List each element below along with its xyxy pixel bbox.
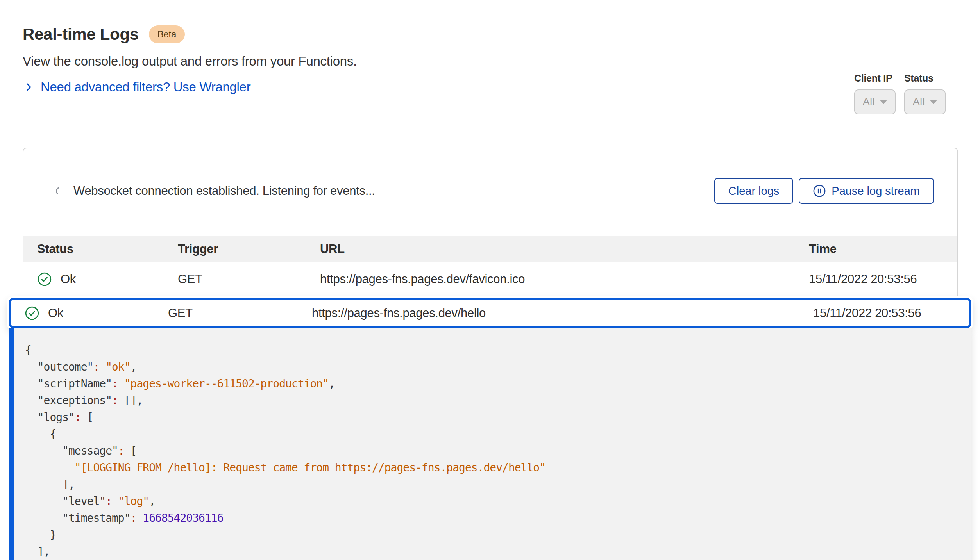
column-header-trigger: Trigger	[178, 242, 320, 256]
client-ip-filter: Client IP All	[854, 73, 896, 114]
row-trigger: GET	[168, 306, 312, 320]
status-ok-icon	[25, 306, 39, 321]
log-detail-code: { "outcome": "ok", "scriptName": "pages-…	[14, 328, 971, 560]
pause-log-stream-button[interactable]: Pause log stream	[799, 178, 934, 204]
row-url: https://pages-fns.pages.dev/hello	[312, 306, 813, 320]
client-ip-filter-label: Client IP	[854, 73, 896, 84]
row-time: 15/11/2022 20:53:56	[813, 306, 969, 320]
row-status: Ok	[48, 306, 63, 320]
table-header: Status Trigger URL Time	[23, 236, 957, 262]
row-trigger: GET	[178, 272, 320, 286]
status-filter-value: All	[912, 96, 925, 108]
page-title: Real-time Logs	[23, 25, 139, 44]
caret-down-icon	[930, 100, 937, 104]
expanded-log-entry: Ok GET https://pages-fns.pages.dev/hello…	[9, 298, 971, 560]
clear-logs-label: Clear logs	[728, 185, 780, 198]
status-ok-icon	[37, 272, 52, 287]
client-ip-filter-dropdown[interactable]: All	[854, 89, 896, 114]
status-filter-dropdown[interactable]: All	[904, 89, 946, 114]
page-subtitle: View the console.log output and errors f…	[23, 54, 980, 69]
wrangler-link-label: Need advanced filters? Use Wrangler	[41, 80, 250, 95]
websocket-status-bar: Websocket connection established. Listen…	[23, 178, 957, 204]
column-header-status: Status	[37, 242, 178, 256]
column-header-url: URL	[320, 242, 809, 256]
pause-log-stream-label: Pause log stream	[832, 185, 920, 198]
status-filter-label: Status	[904, 73, 946, 84]
clear-logs-button[interactable]: Clear logs	[714, 178, 794, 204]
realtime-logs-page: Real-time Logs Beta View the console.log…	[0, 0, 980, 560]
row-time: 15/11/2022 20:53:56	[809, 272, 957, 286]
column-header-time: Time	[809, 242, 957, 256]
beta-badge: Beta	[149, 25, 185, 43]
spinner-icon	[55, 186, 65, 196]
websocket-status-text: Websocket connection established. Listen…	[73, 184, 375, 198]
row-status: Ok	[61, 272, 76, 286]
client-ip-filter-value: All	[862, 96, 874, 108]
table-row[interactable]: Ok GET https://pages-fns.pages.dev/favic…	[23, 262, 957, 296]
chevron-right-icon	[23, 81, 34, 93]
caret-down-icon	[880, 100, 887, 104]
status-filter: Status All	[904, 73, 946, 114]
wrangler-link[interactable]: Need advanced filters? Use Wrangler	[23, 80, 250, 95]
log-filters: Client IP All Status All	[854, 73, 946, 114]
page-header: Real-time Logs Beta View the console.log…	[0, 0, 980, 95]
log-actions: Clear logs Pause log stream	[714, 178, 934, 204]
table-row-selected[interactable]: Ok GET https://pages-fns.pages.dev/hello…	[9, 298, 971, 328]
log-detail-panel: { "outcome": "ok", "scriptName": "pages-…	[9, 328, 971, 560]
pause-icon	[813, 184, 826, 198]
row-url: https://pages-fns.pages.dev/favicon.ico	[320, 272, 809, 286]
